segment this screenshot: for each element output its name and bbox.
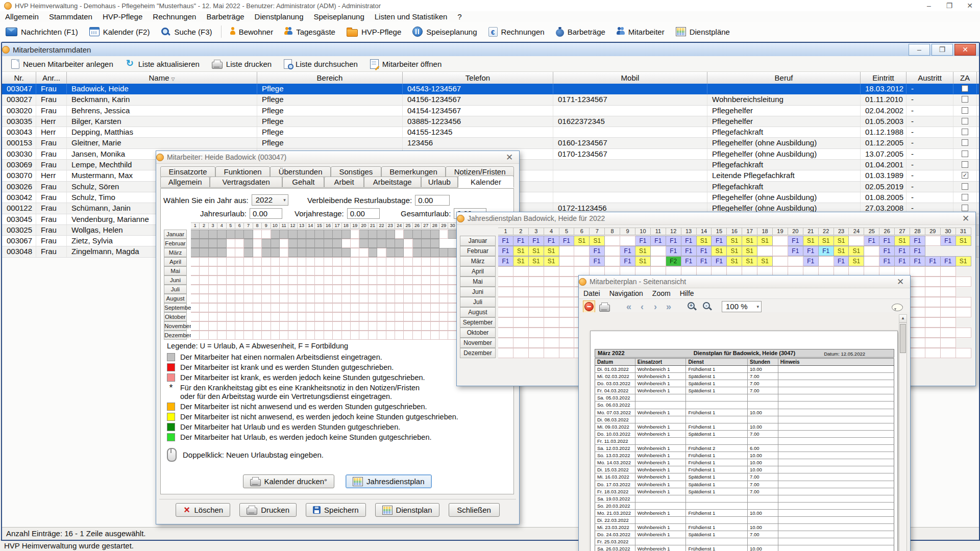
minical-day-cell[interactable]	[413, 331, 422, 340]
minical-day-cell[interactable]	[217, 312, 226, 321]
minical-day-cell[interactable]	[280, 276, 288, 285]
shift-cell[interactable]	[925, 328, 941, 338]
shift-cell[interactable]: F1	[559, 236, 575, 246]
minical-day-cell[interactable]	[351, 312, 359, 321]
shift-cell[interactable]	[941, 328, 956, 338]
minical-day-cell[interactable]	[386, 266, 395, 276]
shift-cell[interactable]: S1	[803, 236, 819, 246]
minical-day-cell[interactable]	[253, 312, 262, 321]
shift-cell[interactable]: F1	[590, 246, 605, 256]
minical-day-cell[interactable]	[404, 257, 412, 266]
month-label-juli[interactable]: Juli	[460, 297, 496, 307]
shift-cell[interactable]	[941, 317, 956, 328]
minical-day-cell[interactable]	[191, 248, 200, 257]
minical-day-cell[interactable]	[431, 266, 439, 276]
minical-day-cell[interactable]	[315, 257, 324, 266]
shift-cell[interactable]	[559, 328, 575, 338]
minical-day-cell[interactable]	[342, 303, 351, 312]
minical-day-cell[interactable]	[200, 294, 208, 303]
minical-day-cell[interactable]	[422, 312, 430, 321]
minical-day-cell[interactable]	[227, 321, 235, 331]
minical-day-cell[interactable]	[359, 239, 368, 248]
minical-day-cell[interactable]	[253, 266, 262, 276]
minical-day-cell[interactable]	[377, 276, 386, 285]
zoom-out-button[interactable]	[701, 300, 714, 313]
minical-day-cell[interactable]	[288, 303, 297, 312]
minical-day-cell[interactable]	[209, 239, 217, 248]
minical-day-cell[interactable]	[227, 331, 235, 340]
minical-day-cell[interactable]	[377, 294, 386, 303]
minical-day-cell[interactable]	[253, 331, 262, 340]
minical-day-cell[interactable]	[351, 257, 359, 266]
minical-day-cell[interactable]	[377, 285, 386, 294]
minical-day-cell[interactable]	[315, 321, 324, 331]
minical-day-cell[interactable]	[200, 257, 208, 266]
shift-cell[interactable]	[910, 317, 925, 328]
minical-day-cell[interactable]	[333, 312, 341, 321]
minical-day-cell[interactable]	[431, 285, 439, 294]
shift-cell[interactable]: S1	[590, 236, 605, 246]
shift-cell[interactable]	[605, 236, 620, 246]
minical-day-cell[interactable]	[217, 276, 226, 285]
minical-day-cell[interactable]	[191, 266, 200, 276]
minical-day-cell[interactable]	[386, 248, 395, 257]
menu-item-hvp-pflege[interactable]: HVP-Pflege	[97, 11, 148, 22]
minical-day-cell[interactable]	[191, 331, 200, 340]
minical-day-cell[interactable]	[351, 331, 359, 340]
minical-day-cell[interactable]	[369, 321, 377, 331]
shift-cell[interactable]: S1	[834, 236, 849, 246]
shift-cell[interactable]	[925, 236, 941, 246]
minical-day-cell[interactable]	[422, 266, 430, 276]
minical-day-cell[interactable]	[315, 285, 324, 294]
maximize-button[interactable]: ❐	[939, 1, 960, 11]
minical-day-cell[interactable]	[324, 331, 333, 340]
column-header-za[interactable]: ZA	[953, 72, 977, 84]
minical-day-cell[interactable]	[209, 294, 217, 303]
minical-day-cell[interactable]	[315, 303, 324, 312]
minical-day-cell[interactable]	[431, 230, 439, 239]
minical-day-cell[interactable]	[377, 239, 386, 248]
column-header-eintritt[interactable]: Eintritt	[861, 72, 906, 84]
shift-cell[interactable]: F1	[635, 236, 651, 246]
minical-day-cell[interactable]	[288, 285, 297, 294]
minical-day-cell[interactable]	[235, 331, 244, 340]
minical-day-cell[interactable]	[342, 331, 351, 340]
minical-day-cell[interactable]	[200, 312, 208, 321]
shift-cell[interactable]	[574, 256, 590, 266]
minical-day-cell[interactable]	[262, 257, 271, 266]
minical-day-cell[interactable]	[333, 230, 341, 239]
minical-day-cell[interactable]	[244, 285, 253, 294]
minical-day-cell[interactable]	[359, 276, 368, 285]
shift-cell[interactable]	[773, 256, 788, 266]
shift-cell[interactable]: S1	[727, 236, 742, 246]
minical-day-cell[interactable]	[386, 321, 395, 331]
minical-day-cell[interactable]	[217, 321, 226, 331]
minical-day-cell[interactable]	[395, 294, 404, 303]
menu-item-dienstplanung[interactable]: Dienstplanung	[250, 11, 309, 22]
minical-day-cell[interactable]	[324, 285, 333, 294]
table-row[interactable]: 003020FrauBehrens, JessicaPflege04154-12…	[2, 106, 979, 116]
minical-day-cell[interactable]	[377, 257, 386, 266]
minical-day-cell[interactable]	[439, 321, 448, 331]
minical-day-cell[interactable]	[253, 303, 262, 312]
minical-day-cell[interactable]	[227, 230, 235, 239]
shift-cell[interactable]	[925, 348, 941, 358]
shift-cell[interactable]: F2	[666, 256, 681, 266]
minical-day-cell[interactable]	[306, 294, 315, 303]
shift-cell[interactable]	[498, 317, 513, 328]
tab-arbeitstage[interactable]: Arbeitstage	[364, 177, 421, 188]
minical-day-cell[interactable]	[298, 248, 306, 257]
shift-cell[interactable]	[513, 348, 529, 358]
minical-day-cell[interactable]	[209, 312, 217, 321]
toolbar-button-barbeträge[interactable]: Barbeträge	[550, 23, 611, 40]
minical-day-cell[interactable]	[324, 303, 333, 312]
shift-cell[interactable]	[498, 277, 513, 287]
minical-day-cell[interactable]	[315, 312, 324, 321]
shift-cell[interactable]	[498, 307, 513, 317]
shift-cell[interactable]	[544, 338, 559, 348]
minical-day-cell[interactable]	[439, 248, 448, 257]
minical-day-cell[interactable]	[342, 257, 351, 266]
minical-day-cell[interactable]	[413, 230, 422, 239]
shift-cell[interactable]: F1	[819, 246, 834, 256]
minical-day-cell[interactable]	[431, 321, 439, 331]
